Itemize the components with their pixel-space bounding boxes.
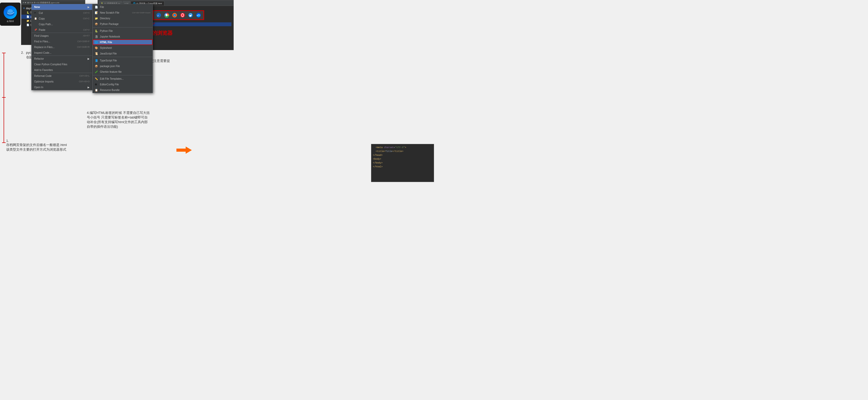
svg-marker-16	[177, 146, 192, 154]
menu-refactor-arrow: ▶	[88, 57, 90, 60]
annotation-2-num: 2.	[21, 51, 24, 55]
submenu-python-package[interactable]: 📦 Python Package	[93, 21, 153, 27]
submenu-resource-bundle-label: Resource Bundle	[100, 89, 120, 91]
annotation-4-line3: 动补全(所有支持编写html文件的工具内部	[87, 120, 150, 124]
menu-openin-arrow: ▶	[88, 86, 90, 89]
menu-item-inspectcode[interactable]: Inspect Code...	[32, 50, 92, 56]
menu-item-refactor-label: Refactor	[34, 57, 88, 60]
annotation-1: 1. 存档网页骨架的文件后缀名一般都是.html 该类型文件主要的打开方式为浏览…	[6, 139, 67, 152]
resource-bundle-icon: 📋	[95, 89, 99, 91]
menu-new-arrow: ▶	[88, 6, 90, 8]
submenu-separator-2	[93, 57, 153, 57]
vertical-line-1	[4, 53, 4, 98]
browser-edge-icon[interactable]	[188, 12, 193, 18]
submenu-gherkin[interactable]: 🥒 Gherkin feature file	[93, 69, 153, 75]
edit-templates-icon: ✏️	[95, 77, 99, 80]
menu-item-findusages[interactable]: Find Usages Alt+F7	[32, 33, 92, 38]
annotation-1-text2: 该类型文件主要的打开方式为浏览器形式	[6, 147, 67, 152]
menu-item-copy-label: Copy	[39, 17, 83, 20]
pycharm-title-text: P.▼ ⊞ ≡ ≅ ⚙ ▪ 01 搭建服务器.py ▸ a.txt	[23, 1, 59, 4]
browser-icons-bar: e	[153, 10, 204, 20]
html-file-icon: 🌐	[95, 41, 99, 44]
submenu-edit-templates-label: Edit File Templates...	[100, 77, 124, 80]
submenu-scratch[interactable]: 📝 New Scratch File Ctrl+Alt+Shift+Insert	[93, 10, 153, 16]
submenu-directory-label: Directory	[100, 17, 110, 20]
menu-item-findinfiles[interactable]: Find in Files... Ctrl+Shift+F	[32, 38, 92, 44]
svg-point-10	[174, 15, 176, 16]
submenu-html-file[interactable]: 🌐 HTML File	[93, 39, 153, 45]
menu-item-copypath-label: Copy Path...	[39, 23, 90, 26]
submenu-python-file-label: Python File	[100, 30, 113, 32]
menu-item-reformatcode[interactable]: Reformat Code Ctrl+Alt+L	[32, 73, 92, 79]
cut-icon: ✂	[34, 11, 38, 14]
menu-item-new-label: New	[34, 5, 88, 8]
browser-opera-icon[interactable]	[180, 12, 185, 18]
vertical-line-2	[4, 96, 4, 143]
menu-item-addtofavorites-label: Add to Favorites	[34, 69, 90, 72]
js-file-icon: 📜	[95, 52, 99, 55]
submenu-editorconfig[interactable]: ⚙ EditorConfig File	[93, 82, 153, 87]
annotation-1-num: 1.	[6, 139, 67, 143]
menu-item-paste-label: Paste	[39, 29, 83, 31]
menu-item-optimizeimports[interactable]: Optimize Imports Ctrl+Alt+O	[32, 79, 92, 84]
annotation-4-line1: 4.编写HTML标签的时候 不需要自己写大括	[87, 111, 150, 115]
file-icon: 📄	[95, 6, 99, 8]
menu-item-paste[interactable]: 📌 Paste Ctrl+V	[32, 27, 92, 33]
submenu-package-json[interactable]: 📦 package.json File	[93, 63, 153, 69]
menu-paste-shortcut: Ctrl+V	[83, 29, 90, 31]
menu-item-copy[interactable]: 📋 Copy Ctrl+C	[32, 16, 92, 21]
menu-item-inspectcode-label: Inspect Code...	[34, 51, 90, 54]
menu-item-cleanpython[interactable]: Clean Python Compiled Files	[32, 61, 92, 67]
menu-item-addtofavorites[interactable]: Add to Favorites	[32, 67, 92, 73]
submenu-js-file[interactable]: 📜 JavaScript File	[93, 51, 153, 56]
annotation-4: 4.编写HTML标签的时候 不需要自己写大括 号小括号 只需要写标签名称+tab…	[87, 111, 150, 129]
code-snippet-panel: <meta charset="UTF-8"> <title>Title</tit…	[371, 144, 434, 182]
submenu-python-package-label: Python Package	[100, 23, 119, 25]
menu-item-openin[interactable]: Open In ▶	[32, 84, 92, 90]
snippet-line-4: <body>	[373, 157, 432, 161]
menu-replaceinfiles-shortcut: Ctrl+Shift+R	[77, 46, 90, 48]
svg-point-2	[8, 9, 13, 13]
submenu-python-file[interactable]: 🐍 Python File	[93, 28, 153, 34]
browser-chrome-icon[interactable]	[164, 12, 169, 18]
submenu-package-json-label: package.json File	[100, 65, 120, 67]
submenu-stylesheet[interactable]: 🎨 Stylesheet	[93, 45, 153, 51]
submenu-scratch-label: New Scratch File	[100, 11, 132, 14]
menu-item-copypath[interactable]: Copy Path...	[32, 21, 92, 27]
snippet-line-7: </html>	[373, 165, 432, 169]
submenu-js-file-label: JavaScript File	[100, 52, 117, 55]
orange-right-arrow	[177, 146, 192, 154]
menu-item-refactor[interactable]: Refactor ▶	[32, 56, 92, 61]
menu-item-findusages-label: Find Usages	[34, 34, 83, 37]
browser-ie-icon[interactable]: e	[156, 12, 161, 18]
svg-point-7	[166, 15, 167, 16]
submenu-ts-file-label: TypeScript File	[100, 59, 117, 62]
menu-item-cut[interactable]: ✂ Cut Ctrl+X	[32, 10, 92, 16]
python-package-icon: 📦	[95, 23, 99, 25]
submenu-editorconfig-label: EditorConfig File	[100, 83, 119, 86]
submenu-jupyter-label: Jupyter Notebook	[100, 35, 120, 38]
vline-tick-1	[2, 53, 6, 53]
submenu-ts-file[interactable]: 📘 TypeScript File	[93, 58, 153, 63]
edge-icon	[4, 6, 17, 19]
submenu-edit-templates[interactable]: ✏️ Edit File Templates...	[93, 76, 153, 82]
menu-item-new[interactable]: New ▶	[32, 4, 92, 10]
browser-firefox-icon[interactable]	[172, 12, 178, 18]
menu-item-openin-label: Open In	[34, 86, 88, 89]
submenu-jupyter[interactable]: 📓 Jupyter Notebook	[93, 34, 153, 39]
submenu-resource-bundle[interactable]: 📋 Resource Bundle	[93, 87, 153, 93]
editorconfig-icon: ⚙	[95, 83, 99, 86]
menu-reformatcode-shortcut: Ctrl+Alt+L	[79, 75, 90, 77]
menu-item-replaceinfiles[interactable]: Replace in Files... Ctrl+Shift+R	[32, 44, 92, 50]
menu-item-cut-label: Cut	[39, 11, 83, 15]
menu-cut-shortcut: Ctrl+X	[83, 11, 90, 14]
submenu-html-file-label: HTML File	[100, 41, 112, 44]
browser-edge2-icon[interactable]	[196, 12, 202, 18]
annotation-1-text1: 存档网页骨架的文件后缀名一般都是.html	[6, 143, 67, 147]
copy-icon: 📋	[34, 17, 38, 20]
menu-item-optimizeimports-label: Optimize Imports	[34, 80, 79, 83]
submenu-file[interactable]: 📄 File	[93, 4, 153, 10]
menu-item-cleanpython-label: Clean Python Compiled Files	[34, 63, 90, 66]
snippet-line-6: </body>	[373, 161, 432, 165]
submenu-directory[interactable]: 📁 Directory	[93, 16, 153, 21]
